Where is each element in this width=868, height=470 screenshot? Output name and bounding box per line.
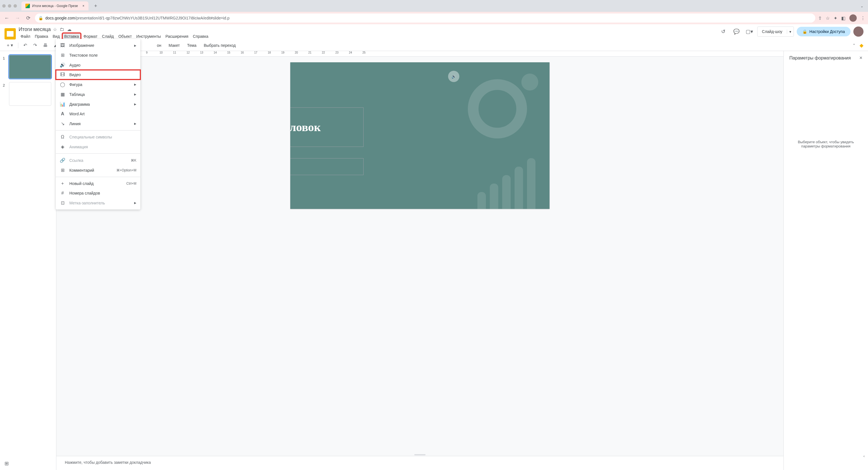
speaker-notes[interactable]: Нажмите, чтобы добавить заметки докладчи… bbox=[56, 456, 783, 470]
format-options-icon[interactable]: ◆ bbox=[860, 42, 864, 49]
dd-line[interactable]: ↘Линия▶ bbox=[56, 119, 141, 128]
menu-separator bbox=[56, 130, 141, 130]
url-input[interactable]: 🔒 docs.google.com/presentation/d/1-qp78z… bbox=[35, 13, 815, 23]
print-button[interactable]: 🖶 bbox=[41, 41, 50, 50]
dd-video[interactable]: 🎞Видео bbox=[56, 70, 141, 80]
url-path: /presentation/d/1-qp78zwChWsYUs3B1SUnl12… bbox=[75, 16, 229, 20]
expand-sidepanel-icon[interactable]: ‹ bbox=[864, 454, 865, 458]
submenu-arrow-icon: ▶ bbox=[134, 44, 136, 47]
slides-favicon bbox=[25, 4, 30, 8]
horizontal-ruler: 345678910111213141516171819202122232425 bbox=[56, 51, 783, 57]
menu-separator bbox=[56, 177, 141, 177]
profile-avatar[interactable] bbox=[849, 14, 857, 22]
submenu-arrow-icon: ▶ bbox=[134, 122, 136, 125]
slideshow-button[interactable]: Слайд-шоу ▾ bbox=[757, 27, 794, 37]
dd-wordart[interactable]: AWord Art bbox=[56, 109, 141, 119]
menu-file[interactable]: Файл bbox=[19, 33, 32, 40]
minimize-window[interactable] bbox=[8, 4, 11, 8]
submenu-arrow-icon: ▶ bbox=[134, 201, 136, 204]
sidepanel-icon[interactable]: ◧ bbox=[841, 16, 845, 21]
audio-object-icon[interactable]: 🔊 bbox=[448, 71, 459, 82]
slides-logo[interactable] bbox=[4, 28, 16, 39]
share-button[interactable]: 🔒 Настройки Доступа bbox=[797, 27, 850, 36]
share-label: Настройки Доступа bbox=[809, 29, 845, 34]
dd-link: 🔗Ссылка⌘K bbox=[56, 155, 141, 165]
chart-icon: 📊 bbox=[60, 101, 65, 107]
menu-edit[interactable]: Правка bbox=[33, 33, 50, 40]
new-tab-button[interactable]: + bbox=[92, 2, 100, 10]
comment-icon: ⊞ bbox=[60, 168, 65, 173]
submenu-arrow-icon: ▶ bbox=[134, 93, 136, 96]
canvas-area: 345678910111213141516171819202122232425 … bbox=[56, 51, 783, 470]
notes-resize-handle[interactable] bbox=[414, 454, 426, 456]
slide-canvas[interactable]: 🔊 е заголовок головок bbox=[290, 62, 550, 209]
line-icon: ↘ bbox=[60, 121, 65, 126]
explore-icon[interactable]: ⊞ bbox=[4, 461, 9, 467]
chevron-down-icon[interactable]: ⌄ bbox=[860, 4, 864, 8]
dd-image[interactable]: 🖼Изображение▶ bbox=[56, 40, 141, 50]
tab-title: Итоги месяца - Google Презе bbox=[32, 4, 78, 8]
dd-table[interactable]: ▦Таблица▶ bbox=[56, 89, 141, 99]
thumb-number: 2 bbox=[3, 82, 7, 87]
dd-animation: ◈Анимация bbox=[56, 142, 141, 152]
tool-background[interactable]: он bbox=[154, 41, 164, 49]
tool-layout[interactable]: Макет bbox=[166, 41, 183, 49]
maximize-window[interactable] bbox=[13, 4, 17, 8]
close-tab-icon[interactable]: × bbox=[83, 4, 85, 8]
comments-button[interactable]: 💬 bbox=[731, 27, 741, 37]
audio-icon: 🔊 bbox=[60, 62, 65, 68]
wordart-icon: A bbox=[60, 111, 65, 116]
back-button[interactable]: ← bbox=[3, 14, 11, 22]
history-button[interactable]: ↺ bbox=[718, 27, 728, 37]
close-window[interactable] bbox=[2, 4, 6, 8]
url-host: docs.google.com bbox=[45, 16, 75, 20]
title-text: е заголовок bbox=[290, 120, 321, 134]
account-avatar[interactable] bbox=[854, 27, 864, 37]
move-doc-icon[interactable]: 🗀 bbox=[60, 27, 64, 32]
decoration-circle bbox=[468, 79, 527, 139]
redo-button[interactable]: ↷ bbox=[31, 41, 39, 50]
window-controls bbox=[2, 4, 17, 8]
table-icon: ▦ bbox=[60, 92, 65, 97]
star-doc-icon[interactable]: ☆ bbox=[53, 27, 57, 32]
omega-icon: Ω bbox=[60, 135, 65, 140]
menu-separator bbox=[56, 153, 141, 154]
extensions-icon[interactable]: ✦ bbox=[834, 16, 837, 21]
kebab-menu-icon[interactable]: ⋮ bbox=[861, 16, 865, 21]
reload-button[interactable]: ⟳ bbox=[24, 14, 32, 22]
subtitle-placeholder[interactable]: головок bbox=[290, 158, 364, 175]
forward-button[interactable]: → bbox=[13, 14, 22, 22]
undo-button[interactable]: ↶ bbox=[21, 41, 29, 50]
close-sidebar-icon[interactable]: × bbox=[859, 55, 862, 61]
dd-audio[interactable]: 🔊Аудио bbox=[56, 60, 141, 70]
lock-icon: 🔒 bbox=[802, 29, 807, 34]
cloud-status-icon[interactable]: ☁ bbox=[67, 27, 71, 32]
decoration-circle-small bbox=[521, 74, 538, 90]
new-slide-tool[interactable]: + ▾ bbox=[4, 41, 15, 50]
dd-new-slide[interactable]: +Новый слайдCtrl+M bbox=[56, 179, 141, 188]
present-meet-button[interactable]: ▢▾ bbox=[744, 27, 754, 37]
slide-thumbnail-1[interactable] bbox=[9, 55, 51, 79]
dd-slide-numbers[interactable]: #Номера слайдов bbox=[56, 188, 141, 198]
upload-icon[interactable]: ⇧ bbox=[818, 16, 822, 21]
browser-tab[interactable]: Итоги месяца - Google Презе × bbox=[22, 1, 89, 10]
tool-theme[interactable]: Тема bbox=[184, 41, 199, 49]
document-title[interactable]: Итоги месяца bbox=[19, 27, 51, 32]
dd-comment[interactable]: ⊞Комментарий⌘+Option+M bbox=[56, 165, 141, 175]
dd-chart[interactable]: 📊Диаграмма▶ bbox=[56, 99, 141, 109]
slide-thumbnail-2[interactable] bbox=[9, 82, 51, 106]
lock-icon: 🔒 bbox=[38, 16, 43, 20]
dd-textbox[interactable]: ⊞Текстовое поле bbox=[56, 50, 141, 60]
slideshow-dropdown[interactable]: ▾ bbox=[787, 30, 794, 34]
slideshow-label: Слайд-шоу bbox=[757, 29, 787, 34]
collapse-toolbar-icon[interactable]: ⌃ bbox=[852, 43, 856, 47]
menu-extensions[interactable]: Расширения bbox=[163, 33, 190, 40]
dd-special-chars: ΩСпециальные символы bbox=[56, 132, 141, 142]
title-placeholder[interactable]: е заголовок bbox=[290, 108, 364, 147]
tool-transition[interactable]: Выбрать переход bbox=[201, 41, 239, 49]
video-icon: 🎞 bbox=[60, 72, 65, 77]
dd-shape[interactable]: ◯Фигура▶ bbox=[56, 80, 141, 89]
star-icon[interactable]: ☆ bbox=[826, 16, 830, 21]
menu-help[interactable]: Справка bbox=[191, 33, 210, 40]
hash-icon: # bbox=[60, 190, 65, 196]
